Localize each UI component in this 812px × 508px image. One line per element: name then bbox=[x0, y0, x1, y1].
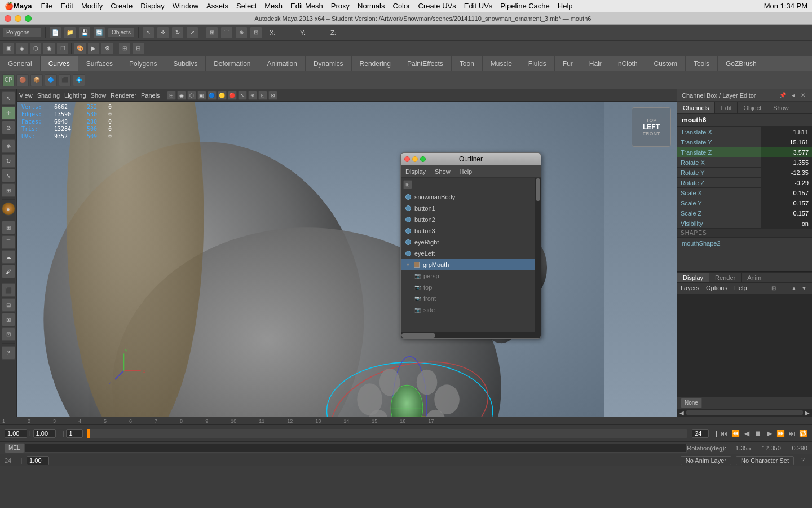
menu-mesh[interactable]: Mesh bbox=[264, 2, 283, 10]
lt-move2[interactable]: ⊕ bbox=[2, 139, 15, 153]
shelf-btn-4[interactable]: 🔷 bbox=[45, 74, 57, 86]
tab-general[interactable]: General bbox=[0, 56, 41, 71]
menu-assets[interactable]: Assets bbox=[206, 2, 228, 10]
render-1[interactable]: 🎨 bbox=[74, 42, 86, 55]
command-input[interactable] bbox=[24, 444, 687, 453]
vt-icon-3[interactable]: ⬡ bbox=[187, 91, 196, 100]
menu-create[interactable]: Create bbox=[111, 2, 133, 10]
outliner-item-side[interactable]: 📷 side bbox=[401, 304, 541, 316]
objects-button[interactable]: Objects bbox=[108, 28, 135, 38]
layout-2[interactable]: ⊟ bbox=[132, 42, 144, 55]
cb-tab-channels[interactable]: Channels bbox=[677, 102, 715, 113]
outliner-item-top[interactable]: 📷 top bbox=[401, 282, 541, 293]
render-3[interactable]: ⚙ bbox=[101, 42, 113, 55]
menu-create-uvs[interactable]: Create UVs bbox=[418, 2, 456, 10]
outliner-item-eyeleft[interactable]: eyeLeft bbox=[401, 248, 541, 259]
menu-edit[interactable]: Edit bbox=[60, 2, 73, 10]
layer-scroll-right[interactable]: ▶ bbox=[803, 408, 812, 417]
outliner-menu-help[interactable]: Help bbox=[460, 168, 473, 175]
outliner-menu-display[interactable]: Display bbox=[405, 168, 426, 175]
shelf-btn-3[interactable]: 📦 bbox=[30, 74, 43, 86]
tab-polygons[interactable]: Polygons bbox=[121, 56, 165, 71]
apple-menu[interactable]: 🍎 bbox=[5, 2, 14, 10]
tb-btn-2[interactable]: 📁 bbox=[64, 27, 76, 39]
prev-key-btn[interactable]: ⏪ bbox=[731, 429, 740, 438]
vt-icon-11[interactable]: ⊠ bbox=[268, 91, 277, 100]
snap-point[interactable]: ⊕ bbox=[235, 27, 248, 39]
outliner-close-btn[interactable] bbox=[404, 156, 410, 162]
layer-tab-anim[interactable]: Anim bbox=[742, 273, 767, 282]
vt-icon-5[interactable]: 🔵 bbox=[208, 91, 217, 100]
tab-gozbrush[interactable]: GoZBrush bbox=[718, 56, 765, 71]
layout-1[interactable]: ⊞ bbox=[118, 42, 131, 55]
tab-deformation[interactable]: Deformation bbox=[206, 56, 259, 71]
menu-color[interactable]: Color bbox=[393, 2, 411, 10]
current-frame-input[interactable] bbox=[5, 429, 27, 438]
menu-normals[interactable]: Normals bbox=[358, 2, 385, 10]
tb-btn-4[interactable]: 🔄 bbox=[93, 27, 105, 39]
char-set-selector[interactable]: No Character Set bbox=[736, 456, 794, 465]
lt-scale[interactable]: ⤡ bbox=[2, 169, 15, 182]
menu-pipeline[interactable]: Pipeline Cache bbox=[500, 2, 549, 10]
tab-subdivs[interactable]: Subdivs bbox=[165, 56, 206, 71]
move-tool[interactable]: ✛ bbox=[157, 27, 169, 39]
cb-attr-scale-x[interactable]: Scale X 0.157 bbox=[677, 188, 812, 198]
snap-curve[interactable]: ⌒ bbox=[220, 27, 233, 39]
help-icon[interactable]: ? bbox=[798, 456, 807, 465]
layer-menu-layers[interactable]: Layers bbox=[681, 284, 699, 291]
lt-grid[interactable]: ⊞ bbox=[2, 221, 15, 234]
cb-attr-rotate-x[interactable]: Rotate X 1.355 bbox=[677, 157, 812, 168]
lt-view3[interactable]: ⊠ bbox=[2, 313, 15, 326]
outliner-scrollbar[interactable] bbox=[535, 178, 541, 338]
lt-move[interactable]: ✛ bbox=[2, 106, 15, 120]
cb-attr-visibility[interactable]: Visibility on bbox=[677, 218, 812, 229]
tb-btn-1[interactable]: 📄 bbox=[49, 27, 61, 39]
maximize-button[interactable] bbox=[25, 15, 32, 22]
tab-toon[interactable]: Toon bbox=[452, 56, 483, 71]
vt-icon-4[interactable]: ▣ bbox=[197, 91, 206, 100]
outliner-menu-show[interactable]: Show bbox=[435, 168, 451, 175]
outliner-item-front[interactable]: 📷 front bbox=[401, 293, 541, 304]
vt-icon-7[interactable]: 🔴 bbox=[228, 91, 237, 100]
vt-shading[interactable]: Shading bbox=[37, 92, 60, 99]
outliner-minimize-btn[interactable] bbox=[412, 156, 418, 162]
lt-paint[interactable]: 🖌 bbox=[2, 265, 15, 278]
lt-select[interactable]: ↖ bbox=[2, 91, 15, 105]
layer-tab-render[interactable]: Render bbox=[709, 273, 742, 282]
cb-expand-icon[interactable]: ◂ bbox=[788, 91, 797, 100]
tab-painteffects[interactable]: PaintEffects bbox=[399, 56, 452, 71]
menu-edit-mesh[interactable]: Edit Mesh bbox=[290, 2, 323, 10]
lt-question[interactable]: ? bbox=[2, 346, 15, 360]
scale-input[interactable] bbox=[27, 456, 49, 465]
cb-attr-translate-y[interactable]: Translate Y 15.161 bbox=[677, 137, 812, 147]
tab-rendering[interactable]: Rendering bbox=[352, 56, 399, 71]
menu-file[interactable]: File bbox=[41, 2, 53, 10]
viewport[interactable]: X Y Z Verts: 6662 252 0 Edges: 13590 530… bbox=[17, 102, 677, 417]
cb-attr-translate-z[interactable]: Translate Z 3.577 bbox=[677, 147, 812, 157]
shelf-btn-1[interactable]: CP bbox=[2, 74, 15, 86]
vt-icon-10[interactable]: ⊡ bbox=[258, 91, 267, 100]
cb-tab-edit[interactable]: Edit bbox=[715, 102, 738, 113]
vt-icon-9[interactable]: ⊕ bbox=[248, 91, 257, 100]
shelf-btn-2[interactable]: 🟤 bbox=[16, 74, 29, 86]
tab-curves[interactable]: Curves bbox=[41, 56, 78, 71]
layer-scroll-left[interactable]: ◀ bbox=[677, 408, 686, 417]
mode-selector[interactable]: Polygons bbox=[2, 28, 42, 38]
menu-modify[interactable]: Modify bbox=[81, 2, 103, 10]
layer-delete-icon[interactable]: − bbox=[779, 283, 788, 292]
play-fwd-btn[interactable]: ▶ bbox=[765, 429, 774, 438]
lt-circle[interactable]: ● bbox=[2, 202, 15, 216]
start-frame-input[interactable] bbox=[66, 429, 83, 438]
cb-close-icon[interactable]: ✕ bbox=[798, 91, 807, 100]
tb-btn-3[interactable]: 💾 bbox=[78, 27, 91, 39]
outliner-item-button2[interactable]: button2 bbox=[401, 214, 541, 225]
tab-fluids[interactable]: Fluids bbox=[520, 56, 555, 71]
layer-menu-help[interactable]: Help bbox=[734, 284, 747, 291]
cb-attr-scale-y[interactable]: Scale Y 0.157 bbox=[677, 198, 812, 208]
tab-surfaces[interactable]: Surfaces bbox=[78, 56, 121, 71]
tab-dynamics[interactable]: Dynamics bbox=[306, 56, 352, 71]
outliner-hscrollbar-thumb[interactable] bbox=[401, 333, 435, 338]
tab-tools[interactable]: Tools bbox=[686, 56, 718, 71]
outliner-scrollbar-thumb[interactable] bbox=[536, 178, 540, 201]
menu-select[interactable]: Select bbox=[236, 2, 257, 10]
